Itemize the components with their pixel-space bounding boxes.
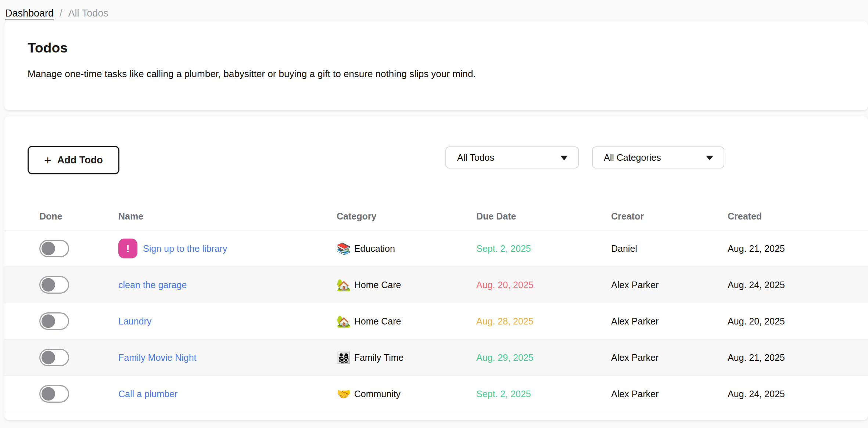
category-label: Community	[354, 389, 401, 399]
done-toggle[interactable]	[39, 276, 69, 294]
created-date: Aug. 21, 2025	[728, 243, 849, 254]
created-date: Aug. 24, 2025	[728, 280, 849, 290]
add-todo-label: Add Todo	[57, 155, 103, 166]
creator: Alex Parker	[611, 280, 728, 290]
due-date: Aug. 20, 2025	[476, 280, 611, 290]
breadcrumb-dashboard-link[interactable]: Dashboard	[5, 8, 54, 19]
table-header: Done Name Category Due Date Creator Crea…	[4, 203, 868, 231]
todo-name-link[interactable]: Sign up to the library	[143, 243, 227, 254]
todos-table: Done Name Category Due Date Creator Crea…	[4, 203, 868, 412]
table-row: Call a plumber 🤝 Community Sept. 2, 2025…	[4, 376, 868, 412]
category-icon: 📚	[337, 243, 351, 254]
todos-card: + Add Todo All Todos All Categories Done…	[4, 116, 868, 420]
toggle-knob-icon	[42, 387, 55, 401]
chevron-down-icon	[560, 156, 568, 160]
column-header-due-date: Due Date	[476, 211, 611, 222]
column-header-name: Name	[118, 211, 337, 222]
table-row: Laundry 🏡 Home Care Aug. 28, 2025 Alex P…	[4, 303, 868, 340]
todo-name-link[interactable]: Laundry	[118, 316, 151, 327]
toggle-knob-icon	[42, 351, 55, 364]
breadcrumb: Dashboard / All Todos	[0, 0, 868, 21]
category-icon: 🤝	[337, 388, 351, 400]
done-toggle[interactable]	[39, 385, 69, 403]
created-date: Aug. 21, 2025	[728, 352, 849, 363]
due-date: Aug. 29, 2025	[476, 352, 611, 363]
plus-icon: +	[44, 154, 51, 166]
done-toggle[interactable]	[39, 312, 69, 330]
done-toggle[interactable]	[39, 349, 69, 366]
column-header-creator: Creator	[611, 211, 728, 222]
page-title: Todos	[28, 40, 846, 56]
todo-filter-value: All Todos	[457, 152, 494, 163]
breadcrumb-separator: /	[60, 8, 62, 19]
todo-filter-select[interactable]: All Todos	[445, 146, 579, 168]
category-label: Home Care	[354, 280, 401, 290]
table-body: ! Sign up to the library 📚 Education Sep…	[4, 231, 868, 412]
page-description: Manage one-time tasks like calling a plu…	[28, 68, 846, 80]
toolbar: + Add Todo All Todos All Categories	[4, 146, 868, 174]
todo-name-link[interactable]: clean the garage	[118, 280, 187, 290]
category-label: Education	[354, 243, 395, 254]
category-icon: 👨‍👩‍👧‍👦	[337, 352, 351, 363]
todo-name-link[interactable]: Family Movie Night	[118, 352, 197, 363]
column-header-created: Created	[728, 211, 849, 222]
category-filter-value: All Categories	[604, 152, 661, 163]
creator: Alex Parker	[611, 352, 728, 363]
due-date: Aug. 28, 2025	[476, 316, 611, 327]
due-date: Sept. 2, 2025	[476, 389, 611, 399]
created-date: Aug. 24, 2025	[728, 389, 849, 399]
creator: Daniel	[611, 243, 728, 254]
priority-icon: !	[118, 239, 137, 258]
creator: Alex Parker	[611, 316, 728, 327]
due-date: Sept. 2, 2025	[476, 243, 611, 254]
table-row: clean the garage 🏡 Home Care Aug. 20, 20…	[4, 267, 868, 303]
table-row: ! Sign up to the library 📚 Education Sep…	[4, 231, 868, 267]
done-toggle[interactable]	[39, 240, 69, 257]
chevron-down-icon	[706, 156, 713, 160]
category-icon: 🏡	[337, 279, 351, 291]
add-todo-button[interactable]: + Add Todo	[28, 146, 119, 174]
table-row: Family Movie Night 👨‍👩‍👧‍👦 Family Time A…	[4, 340, 868, 376]
column-header-done: Done	[39, 211, 118, 222]
category-label: Home Care	[354, 316, 401, 327]
category-icon: 🏡	[337, 316, 351, 327]
intro-card: Todos Manage one-time tasks like calling…	[4, 21, 868, 110]
toggle-knob-icon	[42, 242, 55, 255]
created-date: Aug. 20, 2025	[728, 316, 849, 327]
breadcrumb-current: All Todos	[68, 8, 108, 19]
todo-name-link[interactable]: Call a plumber	[118, 389, 177, 399]
category-filter-select[interactable]: All Categories	[592, 146, 724, 168]
creator: Alex Parker	[611, 389, 728, 399]
toggle-knob-icon	[42, 315, 55, 328]
toggle-knob-icon	[42, 278, 55, 292]
column-header-category: Category	[337, 211, 476, 222]
category-label: Family Time	[354, 352, 404, 363]
